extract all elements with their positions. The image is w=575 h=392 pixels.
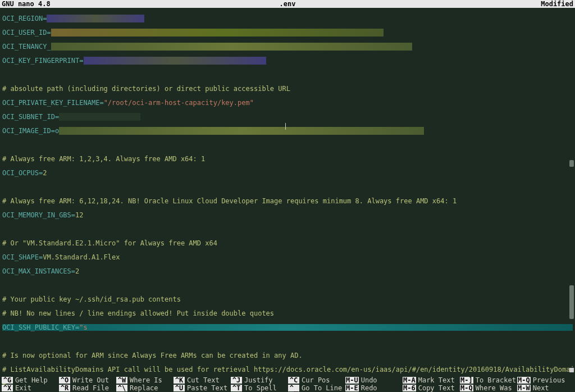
scroll-thumb[interactable] [569, 285, 574, 319]
redacted-value [59, 113, 140, 121]
help-justify[interactable]: ^JJustify [231, 376, 287, 384]
help-to-bracket[interactable]: M-]To Bracket [460, 376, 516, 384]
redacted-value [59, 127, 424, 135]
env-var: OCI_USER_ID= [2, 29, 51, 37]
comment: # NB! No new lines / line endings allowe… [2, 309, 274, 317]
help-bar: ^GGet Help ^OWrite Out ^WWhere Is ^KCut … [0, 376, 575, 392]
comment: # Is now optional for ARM since Always F… [2, 352, 303, 359]
help-where-was[interactable]: M-QWhere Was [460, 384, 516, 392]
help-exit[interactable]: ^XExit [2, 384, 58, 392]
env-var: OCI_KEY_FINGERPRINT= [2, 57, 84, 65]
env-var: OCI_REGION= [2, 15, 47, 22]
env-var: OCI_PRIVATE_KEY_FILENAME= [2, 99, 104, 107]
help-write-out[interactable]: ^OWrite Out [59, 376, 115, 384]
env-var: OCI_MEMORY_IN_GBS= [2, 211, 75, 219]
env-value: 2 [43, 169, 47, 177]
comment: # Always free ARM: 1,2,3,4. Always free … [2, 155, 205, 163]
help-redo[interactable]: M-ERedo [345, 384, 401, 392]
env-var: OCI_SHAPE= [2, 253, 43, 261]
blank-line [2, 184, 573, 191]
comment: # ListAvailabilityDomains API call will … [2, 366, 575, 373]
blank-line [2, 71, 573, 79]
help-go-to-line[interactable]: ^_Go To Line [288, 384, 344, 392]
help-read-file[interactable]: ^RRead File [59, 384, 115, 392]
help-to-spell[interactable]: ^TTo Spell [231, 384, 287, 392]
comment: # Your public key ~/.ssh/id_rsa.pub cont… [2, 295, 181, 303]
redacted-value [51, 43, 412, 51]
help-previous[interactable]: M-QPrevious [517, 376, 573, 384]
redacted-value [51, 29, 384, 37]
env-var: OCI_SUBNET_ID= [2, 113, 59, 121]
env-value: "s [79, 323, 87, 331]
help-get-help[interactable]: ^GGet Help [2, 376, 58, 384]
comment: # Or "VM.Standard.E2.1.Micro" for Always… [2, 239, 217, 247]
help-mark-text[interactable]: M-AMark Text [403, 376, 459, 384]
env-value: VM.Standard.A1.Flex [43, 253, 120, 261]
env-var: OCI_OCPUS= [2, 169, 43, 177]
comment: # absolute path (including directories) … [2, 85, 290, 93]
app-name: GNU nano 4.8 [2, 1, 51, 8]
text-cursor [285, 123, 286, 130]
help-copy-text[interactable]: M-6Copy Text [403, 384, 459, 392]
blank-line [2, 282, 573, 289]
scroll-down-icon[interactable] [569, 368, 574, 372]
blank-line [2, 142, 573, 149]
scroll-mark[interactable] [569, 160, 574, 167]
filename: .env [280, 1, 296, 8]
help-next[interactable]: M-WNext [517, 384, 573, 392]
env-var: OCI_IMAGE_ID=o [2, 127, 59, 135]
status: Modified [541, 1, 573, 8]
editor-area[interactable]: OCI_REGION= OCI_USER_ID= OCI_TENANCY_ [0, 8, 575, 392]
env-var: OCI_TENANCY_ [2, 43, 51, 51]
help-paste-text[interactable]: ^UPaste Text [174, 384, 230, 392]
redacted-value [84, 57, 266, 65]
help-cut-text[interactable]: ^KCut Text [174, 376, 230, 384]
help-cur-pos[interactable]: ^CCur Pos [288, 376, 344, 384]
help-undo[interactable]: M-UUndo [345, 376, 401, 384]
env-value: "/root/oci-arm-host-capacity/key.pem" [104, 99, 254, 107]
env-var: OCI_SSH_PUBLIC_KEY= [2, 323, 79, 331]
env-value: 12 [75, 211, 83, 219]
blank-line [2, 226, 573, 233]
titlebar: GNU nano 4.8 .env Modified [0, 0, 575, 8]
redacted-value [47, 15, 144, 22]
env-value: 2 [75, 267, 79, 275]
help-where-is[interactable]: ^WWhere Is [116, 376, 172, 384]
help-replace[interactable]: ^\Replace [116, 384, 172, 392]
comment: # Always free ARM: 6,12,18,24. NB! Oracl… [2, 197, 457, 205]
blank-line [2, 338, 573, 345]
env-var: OCI_MAX_INSTANCES= [2, 267, 75, 275]
